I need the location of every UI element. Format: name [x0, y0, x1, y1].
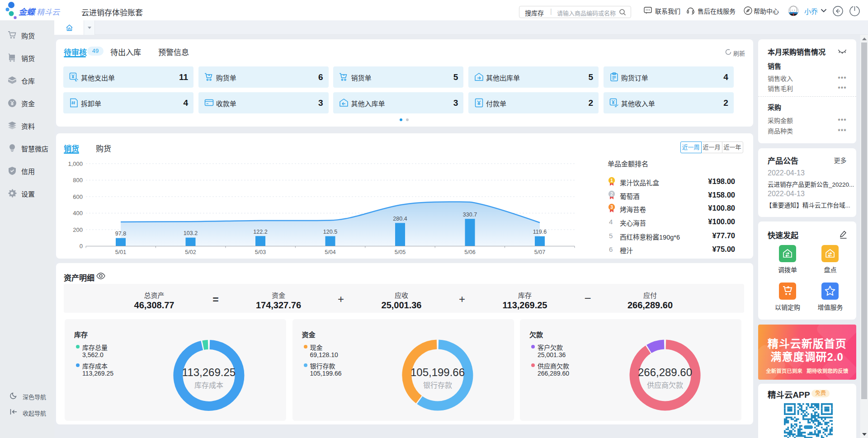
svg-text:600: 600: [73, 193, 83, 200]
svg-text:5/01: 5/01: [115, 249, 126, 255]
svg-text:5/07: 5/07: [534, 249, 545, 255]
svg-text:97.8: 97.8: [115, 231, 126, 237]
svg-text:5/05: 5/05: [395, 249, 406, 255]
svg-text:3: 3: [610, 205, 613, 210]
svg-text:0: 0: [80, 243, 83, 250]
svg-text:200: 200: [73, 226, 83, 233]
svg-text:400: 400: [73, 210, 83, 217]
svg-text:5/02: 5/02: [185, 249, 196, 255]
svg-text:1,000: 1,000: [68, 160, 83, 167]
svg-text:5/04: 5/04: [325, 249, 335, 255]
svg-text:330.7: 330.7: [463, 212, 477, 218]
svg-text:供应商欠款: 供应商欠款: [647, 381, 683, 389]
svg-text:120.5: 120.5: [323, 229, 337, 235]
svg-text:266,289.60: 266,289.60: [638, 366, 692, 378]
svg-text:800: 800: [73, 177, 83, 184]
svg-text:1: 1: [610, 178, 613, 183]
svg-text:103.2: 103.2: [184, 230, 198, 236]
svg-text:119.6: 119.6: [533, 229, 547, 235]
svg-text:113,269.25: 113,269.25: [182, 366, 236, 378]
svg-text:5/03: 5/03: [255, 249, 266, 255]
svg-text:2: 2: [610, 192, 613, 197]
svg-text:122.2: 122.2: [253, 229, 267, 235]
svg-text:5/06: 5/06: [464, 249, 475, 255]
svg-text:银行存款: 银行存款: [423, 381, 452, 389]
svg-text:280.4: 280.4: [393, 216, 407, 222]
svg-text:105,199.66: 105,199.66: [410, 366, 465, 378]
svg-text:库存成本: 库存成本: [194, 381, 223, 389]
